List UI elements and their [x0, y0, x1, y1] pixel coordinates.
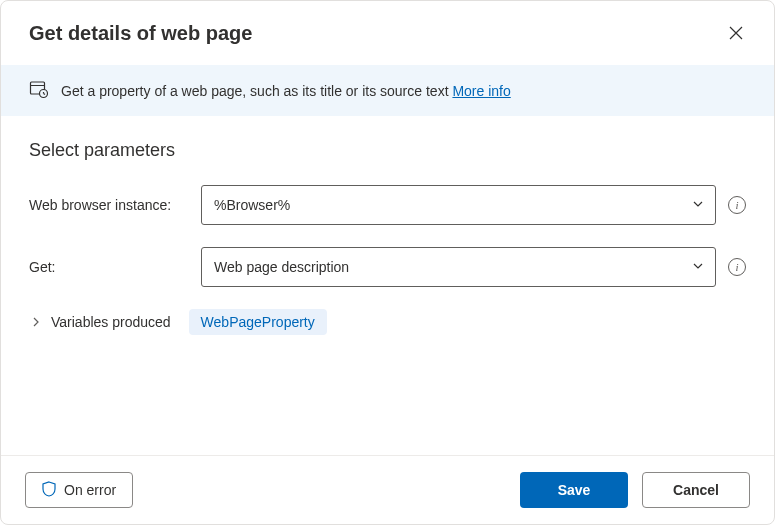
chevron-right-icon — [31, 317, 41, 327]
variables-produced-row: Variables produced WebPageProperty — [29, 309, 746, 335]
chevron-down-icon — [692, 197, 704, 213]
section-title: Select parameters — [29, 140, 746, 161]
close-icon — [729, 26, 743, 40]
browser-instance-label: Web browser instance: — [29, 197, 189, 213]
close-button[interactable] — [722, 19, 750, 47]
field-browser-instance: Web browser instance: %Browser% — [29, 185, 746, 225]
chevron-down-icon — [692, 259, 704, 275]
dialog: Get details of web page Get a property o… — [0, 0, 775, 525]
get-dropdown[interactable]: Web page description — [201, 247, 716, 287]
shield-icon — [42, 481, 56, 500]
info-description: Get a property of a web page, such as it… — [61, 83, 511, 99]
info-icon[interactable] — [728, 258, 746, 276]
variables-produced-label: Variables produced — [51, 314, 171, 330]
svg-line-4 — [44, 94, 46, 95]
dialog-title: Get details of web page — [29, 22, 252, 45]
info-text: Get a property of a web page, such as it… — [61, 83, 452, 99]
get-value: Web page description — [214, 259, 349, 275]
on-error-label: On error — [64, 482, 116, 498]
web-page-icon — [29, 79, 49, 102]
on-error-button[interactable]: On error — [25, 472, 133, 508]
browser-instance-value: %Browser% — [214, 197, 290, 213]
dialog-footer: On error Save Cancel — [1, 455, 774, 524]
footer-right: Save Cancel — [520, 472, 750, 508]
browser-instance-control: %Browser% — [201, 185, 716, 225]
get-label: Get: — [29, 259, 189, 275]
browser-instance-dropdown[interactable]: %Browser% — [201, 185, 716, 225]
save-button[interactable]: Save — [520, 472, 628, 508]
variable-pill[interactable]: WebPageProperty — [189, 309, 327, 335]
variables-expand-toggle[interactable] — [29, 317, 43, 327]
dialog-header: Get details of web page — [1, 1, 774, 65]
info-icon[interactable] — [728, 196, 746, 214]
content-area: Select parameters Web browser instance: … — [1, 116, 774, 455]
more-info-link[interactable]: More info — [452, 83, 510, 99]
get-control: Web page description — [201, 247, 716, 287]
field-get: Get: Web page description — [29, 247, 746, 287]
info-bar: Get a property of a web page, such as it… — [1, 65, 774, 116]
cancel-button[interactable]: Cancel — [642, 472, 750, 508]
